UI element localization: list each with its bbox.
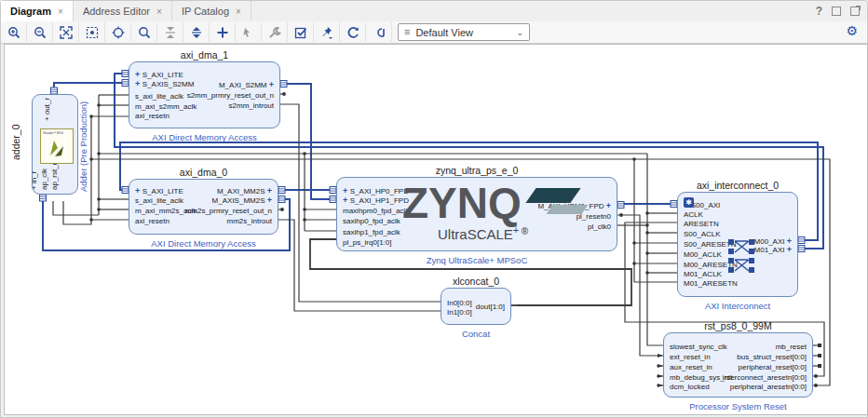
port-pl_ps_irq0[1:0][interactable]: pl_ps_irq0[1:0]: [343, 238, 391, 247]
vivado-diagram-window: Diagram × Address Editor × IP Catalog × …: [0, 0, 868, 418]
port-S_AXI_HP1_FPD[interactable]: + S_AXI_HP1_FPD: [343, 196, 409, 205]
search-icon[interactable]: [131, 22, 157, 42]
help-icon[interactable]: ?: [816, 5, 822, 18]
port-ACLK[interactable]: ACLK: [684, 210, 703, 219]
port-ap_clk[interactable]: ap_clk: [40, 169, 48, 190]
zynq-logo-subtext: UltraSCALE+: [438, 224, 519, 242]
pin-design-icon[interactable]: [314, 22, 340, 42]
port-s_axi_lite_aclk[interactable]: s_axi_lite_aclk: [135, 196, 183, 205]
interface-ports-icon[interactable]: [366, 22, 392, 42]
port-S00_ACLK[interactable]: S00_ACLK: [684, 230, 721, 238]
customize-icon[interactable]: [262, 22, 288, 42]
block-title: xlconcat_0: [453, 276, 499, 287]
add-ip-icon[interactable]: [210, 22, 236, 42]
port-M01_ACLK[interactable]: M01_ACLK: [684, 270, 722, 278]
interface-plus-icon: +: [135, 70, 142, 79]
autofit-selection-icon[interactable]: [105, 22, 131, 42]
port-In0[0:0][interactable]: In0[0:0]: [447, 299, 472, 307]
port-saxihp0_fpd_aclk[interactable]: saxihp0_fpd_aclk: [343, 217, 400, 225]
interface-plus-icon: +: [135, 79, 142, 88]
port-axi_resetn[interactable]: axi_resetn: [135, 217, 170, 225]
interface-plus-icon: +: [269, 80, 274, 89]
port-out_r[interactable]: + out_r: [43, 98, 51, 121]
interface-plus-icon: +: [267, 196, 272, 205]
view-selector[interactable]: ≡ Default View ⌄: [398, 23, 530, 41]
interface-plus-icon: +: [343, 196, 350, 205]
block-xlconcat_0[interactable]: xlconcat_0ConcatIn0[0:0]In1[0:0]dout[1:0…: [441, 288, 511, 325]
module-gear-icon[interactable]: ✱: [684, 197, 694, 208]
port-M01_AXI[interactable]: M01_AXI +: [754, 246, 792, 254]
block-axi_dma_0[interactable]: axi_dma_0AXI Direct Memory Access+ S_AXI…: [129, 179, 278, 235]
port-In1[0:0][interactable]: In1[0:0]: [447, 308, 472, 317]
block-type-label: Processor System Reset: [689, 401, 787, 411]
port-mb_reset[interactable]: mb_reset: [776, 343, 807, 351]
close-icon[interactable]: ×: [58, 7, 63, 17]
float-window-icon[interactable]: [832, 7, 841, 16]
port-M_AXI_S2MM[interactable]: M_AXI_S2MM +: [219, 81, 274, 89]
window-controls: ?: [816, 1, 860, 21]
interface-plus-icon: +: [43, 115, 51, 121]
block-adder_0[interactable]: adder_0Adder (Pre Production)+ out_r+ in…: [32, 94, 78, 195]
diagram-toolbar: ≡ Default View ⌄: [1, 21, 867, 44]
regenerate-layout-icon[interactable]: [340, 22, 366, 42]
tab-diagram[interactable]: Diagram ×: [1, 1, 74, 21]
zoom-in-icon[interactable]: [1, 22, 27, 42]
copy-icon[interactable]: [236, 22, 262, 42]
port-s2mm_introut[interactable]: s2mm_introut: [229, 101, 274, 110]
port-dcm_locked[interactable]: dcm_locked: [670, 383, 710, 391]
interface-plus-icon: +: [787, 245, 792, 254]
port-S_AXI_LITE[interactable]: + S_AXI_LITE: [135, 187, 183, 196]
port-ext_reset_in[interactable]: ext_reset_in: [670, 353, 711, 361]
port-S_AXI_LITE[interactable]: + S_AXI_LITE: [135, 71, 183, 79]
block-title: zynq_ultra_ps_e_0: [436, 165, 519, 176]
tab-address-editor[interactable]: Address Editor ×: [74, 1, 172, 21]
zoom-to-selection-icon[interactable]: [79, 22, 105, 42]
block-axi_dma_1[interactable]: axi_dma_1AXI Direct Memory Access+ S_AXI…: [129, 61, 280, 128]
port-S_AXI_HP0_FPD[interactable]: + S_AXI_HP0_FPD: [343, 187, 409, 196]
port-S_AXIS_S2MM[interactable]: + S_AXIS_S2MM: [135, 80, 194, 88]
block-type-label: Zynq UltraScale+ MPSoC: [427, 255, 528, 265]
port-slowest_sync_clk[interactable]: slowest_sync_clk: [670, 343, 727, 351]
block-type-label: Adder (Pre Production): [78, 101, 88, 192]
port-peripheral_reset[0:0][interactable]: peripheral_reset[0:0]: [739, 363, 807, 371]
port-s_axi_lite_aclk[interactable]: s_axi_lite_aclk: [135, 92, 183, 101]
port-ap_rst_n[interactable]: ap_rst_n: [50, 161, 59, 190]
zoom-out-icon[interactable]: [27, 22, 53, 42]
validate-design-icon[interactable]: [288, 22, 314, 42]
maximize-icon[interactable]: [850, 7, 860, 16]
port-s2mm_prmry_reset_out_n[interactable]: s2mm_prmry_reset_out_n: [187, 91, 274, 100]
block-title: rst_ps8_0_99M: [704, 320, 771, 331]
port-bus_struct_reset[0:0][interactable]: bus_struct_reset[0:0]: [737, 353, 807, 361]
block-axi_interconnect_0[interactable]: axi_interconnect_0AXI Interconnect+ S00_…: [677, 192, 798, 297]
port-interconnect_aresetn[0:0][interactable]: interconnect_aresetn[0:0]: [723, 373, 807, 382]
port-aux_reset_in[interactable]: aux_reset_in: [670, 363, 712, 371]
close-icon[interactable]: ×: [236, 7, 241, 17]
block-type-label: AXI Direct Memory Access: [151, 238, 255, 249]
menu-icon: ≡: [404, 27, 410, 37]
port-peripheral_aresetn[0:0][interactable]: peripheral_aresetn[0:0]: [730, 383, 807, 391]
expand-hierarchy-icon[interactable]: [183, 22, 210, 42]
tab-bar: Diagram × Address Editor × IP Catalog × …: [1, 1, 867, 22]
port-saxihp1_fpd_aclk[interactable]: saxihp1_fpd_aclk: [343, 228, 400, 236]
port-M00_ACLK[interactable]: M00_ACLK: [684, 250, 722, 259]
port-dout[1:0][interactable]: dout[1:0]: [476, 303, 505, 311]
zoom-fit-icon[interactable]: [53, 22, 79, 42]
collapse-hierarchy-icon[interactable]: [157, 22, 183, 42]
port-M_AXI_MM2S[interactable]: M_AXI_MM2S +: [217, 187, 272, 196]
settings-gear-icon[interactable]: ⚙: [846, 23, 858, 38]
chevron-down-icon: ⌄: [516, 28, 523, 37]
port-ARESETN[interactable]: ARESETN: [684, 220, 719, 228]
block-rst_ps8_0_99M[interactable]: rst_ps8_0_99MProcessor System Resetslowe…: [663, 332, 813, 398]
port-M01_ARESETN[interactable]: M01_ARESETN: [684, 279, 738, 288]
block-zynq_ultra_ps_e_0[interactable]: zynq_ultra_ps_e_0Zynq UltraScale+ MPSoC+…: [336, 177, 617, 251]
port-axi_resetn[interactable]: axi_resetn: [135, 112, 170, 120]
port-mm2s_prmry_reset_out_n[interactable]: mm2s_prmry_reset_out_n: [185, 207, 272, 215]
port-maxihpm0_fpd_aclk[interactable]: maxihpm0_fpd_aclk: [343, 207, 409, 215]
port-mm2s_introut[interactable]: mm2s_introut: [227, 217, 272, 225]
port-m_axi_s2mm_aclk[interactable]: m_axi_s2mm_aclk: [135, 102, 197, 111]
tab-ip-catalog[interactable]: IP Catalog ×: [172, 1, 251, 21]
port-in_r[interactable]: + in_r: [30, 171, 38, 190]
tab-diagram-label: Diagram: [10, 6, 51, 17]
close-icon[interactable]: ×: [156, 7, 162, 17]
port-M_AXIS_MM2S[interactable]: M_AXIS_MM2S +: [212, 196, 272, 205]
